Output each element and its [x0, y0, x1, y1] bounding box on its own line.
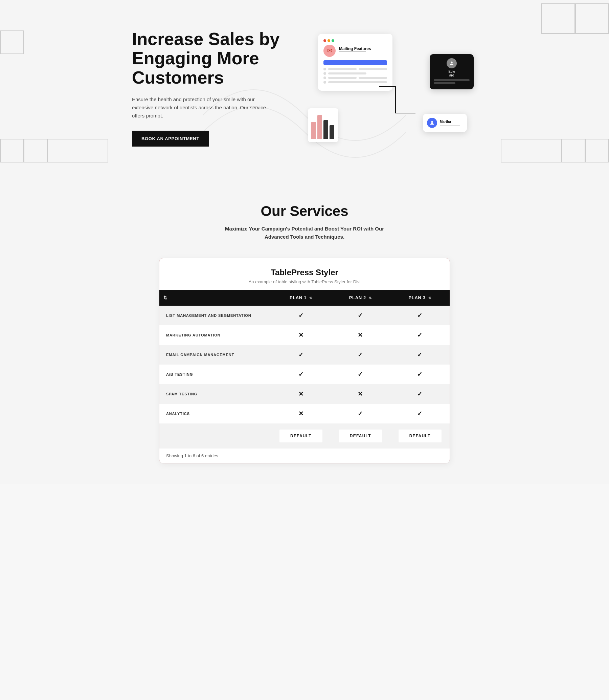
mail-card-header: ✉ Mailing Features — [324, 45, 387, 57]
table-row: EMAIL CAMPAIGN MANAGEMENT ✓ ✓ ✓ — [159, 345, 450, 364]
window-controls — [324, 39, 387, 42]
deco-box-rb3 — [585, 139, 609, 163]
table-row: LIST MANAGEMENT AND SEGMENTATION ✓ ✓ ✓ — [159, 306, 450, 325]
mail-card-divider — [339, 51, 366, 52]
plan2-cell: ✓ — [331, 364, 390, 384]
table-header-plan3[interactable]: PLAN 3 ⇅ — [390, 290, 450, 306]
edward-name: Edward — [434, 70, 470, 77]
plan2-cell: ✕ — [331, 384, 390, 404]
plan1-cell: ✕ — [271, 325, 331, 345]
hero-illustration: ✉ Mailing Features — [308, 24, 477, 152]
mail-line-5 — [359, 77, 387, 79]
plan3-cell: ✓ — [390, 345, 450, 364]
check-icon: ✓ — [417, 391, 422, 397]
svg-point-0 — [451, 62, 452, 63]
cross-icon: ✕ — [298, 410, 304, 417]
services-section: Our Services Maximize Your Campaign's Po… — [0, 176, 609, 484]
mail-dot-4 — [324, 81, 326, 84]
mail-row-3 — [324, 76, 387, 79]
table-header-plan2[interactable]: PLAN 2 ⇅ — [331, 290, 390, 306]
connect-line-v1 — [395, 86, 396, 114]
tablepress-card: TablePress Styler An example of table st… — [159, 258, 450, 463]
close-dot — [324, 39, 326, 42]
hero-section: Increase Sales by Engaging More Customer… — [0, 0, 609, 176]
check-icon: ✓ — [298, 312, 304, 319]
mail-dot-2 — [324, 72, 326, 75]
hero-title: Increase Sales by Engaging More Customer… — [132, 30, 294, 88]
feature-name: ANALYTICS — [159, 404, 271, 424]
feature-name: A/B TESTING — [159, 364, 271, 384]
feature-name: SPAM TESTING — [159, 384, 271, 404]
mail-row-1 — [324, 68, 387, 70]
hero-description: Ensure the health and protection of your… — [132, 96, 267, 120]
tablepress-title: TablePress Styler — [166, 268, 443, 277]
deco-box-rb2 — [562, 139, 585, 163]
sort-icon-plan1: ⇅ — [309, 296, 312, 300]
mail-icon: ✉ — [324, 45, 336, 57]
plan3-cell: ✓ — [390, 306, 450, 325]
mail-dot — [324, 68, 326, 70]
table-body: LIST MANAGEMENT AND SEGMENTATION ✓ ✓ ✓ M… — [159, 306, 450, 448]
chart-card — [308, 108, 338, 142]
check-icon: ✓ — [358, 371, 363, 378]
edward-line-2 — [434, 82, 455, 84]
table-header-feature[interactable]: ⇅ — [159, 290, 271, 306]
plan1-cell: ✓ — [271, 345, 331, 364]
book-appointment-button[interactable]: Book An Appointment — [132, 131, 209, 147]
plan2-cell: ✓ — [331, 345, 390, 364]
feature-name: EMAIL CAMPAIGN MANAGEMENT — [159, 345, 271, 364]
connect-line-h2 — [395, 113, 416, 114]
table-row: A/B TESTING ✓ ✓ ✓ — [159, 364, 450, 384]
plan3-cell: ✓ — [390, 364, 450, 384]
check-icon: ✓ — [358, 312, 363, 319]
plan1-cell: ✕ — [271, 384, 331, 404]
plan1-cell: ✕ — [271, 404, 331, 424]
deco-left-top-box — [0, 31, 24, 54]
table-header-plan1[interactable]: PLAN 1 ⇅ — [271, 290, 331, 306]
plan3-cell: ✓ — [390, 384, 450, 404]
table-header: ⇅ PLAN 1 ⇅ PLAN 2 ⇅ PLAN 3 ⇅ — [159, 290, 450, 306]
footer-plan3-cell: DEFAULT — [390, 424, 450, 448]
table-showing: Showing 1 to 6 of 6 entries — [159, 448, 450, 463]
mail-row-2 — [324, 72, 387, 75]
sort-icon: ⇅ — [163, 295, 168, 300]
plan2-cell: ✓ — [331, 306, 390, 325]
connect-line-h1 — [379, 86, 396, 87]
chart-bar-2 — [317, 115, 322, 139]
default-button-plan2[interactable]: DEFAULT — [339, 429, 382, 442]
deco-right-top-boxes — [541, 3, 609, 34]
check-icon: ✓ — [358, 351, 363, 358]
martha-contact-card: Martha — [423, 114, 467, 132]
deco-right-bottom-boxes — [501, 139, 609, 163]
table-row: MARKETING AUTOMATION ✕ ✕ ✓ — [159, 325, 450, 345]
deco-box-rt1 — [541, 3, 575, 34]
edward-line-1 — [434, 79, 470, 81]
deco-box-1 — [0, 139, 24, 163]
default-button-plan1[interactable]: DEFAULT — [279, 429, 323, 442]
mail-line-4 — [328, 77, 356, 79]
martha-info: Martha — [440, 120, 460, 126]
svg-point-1 — [431, 121, 433, 123]
plan2-cell: ✕ — [331, 325, 390, 345]
mail-line-3 — [328, 72, 366, 74]
maximize-dot — [332, 39, 334, 42]
check-icon: ✓ — [358, 410, 363, 417]
check-icon: ✓ — [417, 332, 422, 339]
edward-contact-card: Edward — [430, 54, 474, 89]
cross-icon: ✕ — [358, 391, 363, 397]
deco-box-2 — [24, 139, 47, 163]
mail-search-bar — [324, 60, 387, 65]
default-button-plan3[interactable]: DEFAULT — [399, 429, 441, 442]
mail-card-title: Mailing Features — [339, 46, 371, 51]
cross-icon: ✕ — [298, 391, 304, 397]
martha-avatar — [427, 118, 437, 128]
mail-line-6 — [328, 81, 387, 83]
mail-row-4 — [324, 81, 387, 84]
check-icon: ✓ — [417, 351, 422, 358]
deco-box-rb1 — [501, 139, 562, 163]
footer-plan2-cell: DEFAULT — [331, 424, 390, 448]
sort-icon-plan2: ⇅ — [369, 296, 372, 300]
tablepress-subtitle: An example of table styling with TablePr… — [166, 279, 443, 284]
sort-icon-plan3: ⇅ — [428, 296, 431, 300]
table-row: ANALYTICS ✕ ✓ ✓ — [159, 404, 450, 424]
